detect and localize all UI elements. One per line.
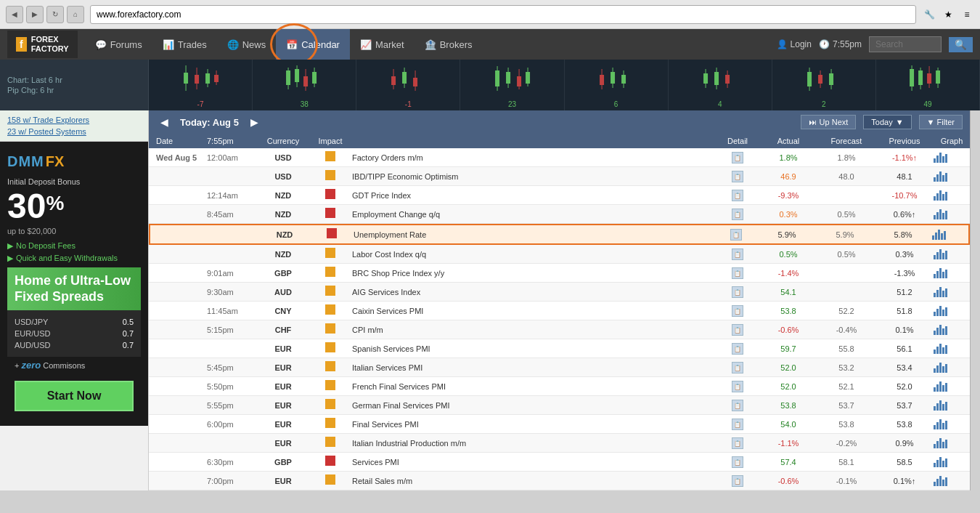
cell-graph[interactable] (934, 400, 970, 411)
cell-graph[interactable] (934, 190, 970, 201)
search-button[interactable]: 🔍 (949, 37, 973, 52)
detail-icon[interactable]: 📋 (732, 362, 743, 373)
nav-trades[interactable]: 📊 Trades (152, 29, 217, 60)
cell-graph[interactable] (934, 363, 970, 373)
cell-detail[interactable]: 📋 (716, 381, 759, 392)
nav-news[interactable]: 🌐 News (217, 29, 277, 60)
cell-detail[interactable]: 📋 (716, 343, 759, 355)
graph-bar-icon[interactable] (934, 153, 970, 163)
graph-bar-icon[interactable] (934, 476, 970, 486)
url-bar[interactable] (90, 5, 916, 24)
graph-bar-icon[interactable] (934, 268, 970, 278)
detail-icon[interactable]: 📋 (732, 249, 743, 260)
graph-bar-icon[interactable] (934, 249, 970, 259)
logo[interactable]: f FOREX FACTORY (7, 31, 78, 58)
detail-icon[interactable]: 📋 (732, 267, 743, 279)
detail-icon[interactable]: 📋 (732, 419, 743, 430)
filter-button[interactable]: ▼ Filter (919, 115, 963, 129)
graph-bar-icon[interactable] (934, 325, 970, 335)
detail-icon[interactable]: 📋 (732, 437, 743, 449)
reload-button[interactable]: ↻ (46, 6, 64, 23)
graph-bar-icon[interactable] (934, 400, 970, 411)
graph-bar-icon[interactable] (934, 363, 970, 373)
nav-right-section: 👤 Login 🕐 7:55pm 🔍 (777, 36, 973, 52)
cell-graph[interactable] (934, 476, 970, 486)
detail-icon[interactable]: 📋 (732, 209, 743, 220)
cell-detail[interactable]: 📋 (716, 267, 759, 279)
forward-button[interactable]: ▶ (26, 6, 44, 23)
search-input[interactable] (869, 36, 942, 52)
detail-icon[interactable]: 📋 (732, 152, 743, 163)
graph-bar-icon[interactable] (934, 306, 970, 316)
cell-graph[interactable] (934, 325, 970, 335)
graph-bar-icon[interactable] (934, 344, 970, 354)
cell-graph[interactable] (934, 381, 970, 392)
graph-bar-icon[interactable] (934, 419, 970, 429)
home-button[interactable]: ⌂ (67, 6, 84, 23)
detail-icon[interactable]: 📋 (732, 475, 743, 487)
up-next-button[interactable]: ⏭ Up Next (801, 115, 857, 129)
cell-detail[interactable]: 📋 (716, 456, 759, 468)
extension-icon[interactable]: 🔧 (922, 7, 936, 22)
cell-detail[interactable]: 📋 (716, 152, 759, 163)
cell-detail[interactable]: 📋 (716, 249, 759, 260)
nav-calendar[interactable]: 📅 Calendar (276, 29, 350, 60)
graph-bar-icon[interactable] (934, 190, 970, 201)
cal-prev-arrow[interactable]: ◀ (156, 115, 173, 129)
cell-graph[interactable] (934, 438, 970, 448)
start-now-button[interactable]: Start Now (15, 381, 134, 411)
cell-graph[interactable] (934, 268, 970, 278)
graph-bar-icon[interactable] (934, 209, 970, 219)
menu-icon[interactable]: ≡ (960, 7, 974, 22)
trade-explorers-link[interactable]: 158 w/ Trade Explorers (7, 114, 141, 126)
detail-icon[interactable]: 📋 (732, 286, 743, 298)
cell-graph[interactable] (934, 287, 970, 297)
detail-icon[interactable]: 📋 (730, 229, 742, 241)
cell-detail[interactable]: 📋 (716, 324, 759, 336)
cell-detail[interactable]: 📋 (716, 400, 759, 411)
graph-bar-icon[interactable] (934, 381, 970, 392)
cell-detail[interactable]: 📋 (716, 209, 759, 220)
cell-graph[interactable] (934, 171, 970, 182)
detail-icon[interactable]: 📋 (732, 456, 743, 468)
cell-graph[interactable] (934, 209, 970, 219)
cell-graph[interactable] (934, 153, 970, 163)
scrollbar[interactable] (970, 110, 980, 490)
graph-bar-icon[interactable] (934, 457, 970, 467)
detail-icon[interactable]: 📋 (732, 381, 743, 392)
cell-detail[interactable]: 📋 (716, 362, 759, 373)
graph-bar-icon[interactable] (932, 230, 968, 240)
cell-detail[interactable]: 📋 (716, 171, 759, 182)
cell-graph[interactable] (932, 230, 968, 240)
cell-detail[interactable]: 📋 (714, 229, 758, 241)
cell-detail[interactable]: 📋 (716, 305, 759, 317)
today-button[interactable]: Today ▼ (863, 115, 911, 129)
cell-graph[interactable] (934, 306, 970, 316)
cell-detail[interactable]: 📋 (716, 437, 759, 449)
nav-brokers[interactable]: 🏦 Brokers (415, 29, 483, 60)
bookmark-icon[interactable]: ★ (941, 7, 955, 22)
nav-market[interactable]: 📈 Market (350, 29, 415, 60)
graph-bar-icon[interactable] (934, 438, 970, 448)
cal-next-arrow[interactable]: ▶ (246, 115, 263, 129)
login-button[interactable]: 👤 Login (777, 39, 812, 49)
cell-graph[interactable] (934, 344, 970, 354)
detail-icon[interactable]: 📋 (732, 190, 743, 201)
cell-detail[interactable]: 📋 (716, 475, 759, 487)
cell-detail[interactable]: 📋 (716, 190, 759, 201)
cell-graph[interactable] (934, 419, 970, 429)
detail-icon[interactable]: 📋 (732, 400, 743, 411)
nav-forums[interactable]: 💬 Forums (85, 29, 152, 60)
detail-icon[interactable]: 📋 (732, 324, 743, 336)
graph-bar-icon[interactable] (934, 287, 970, 297)
cell-graph[interactable] (934, 457, 970, 467)
cell-detail[interactable]: 📋 (716, 419, 759, 430)
graph-bar-icon[interactable] (934, 171, 970, 182)
back-button[interactable]: ◀ (6, 6, 23, 23)
detail-icon[interactable]: 📋 (732, 171, 743, 182)
detail-icon[interactable]: 📋 (732, 305, 743, 317)
posted-systems-link[interactable]: 23 w/ Posted Systems (7, 126, 141, 137)
detail-icon[interactable]: 📋 (732, 343, 743, 355)
cell-graph[interactable] (934, 249, 970, 259)
cell-detail[interactable]: 📋 (716, 286, 759, 298)
